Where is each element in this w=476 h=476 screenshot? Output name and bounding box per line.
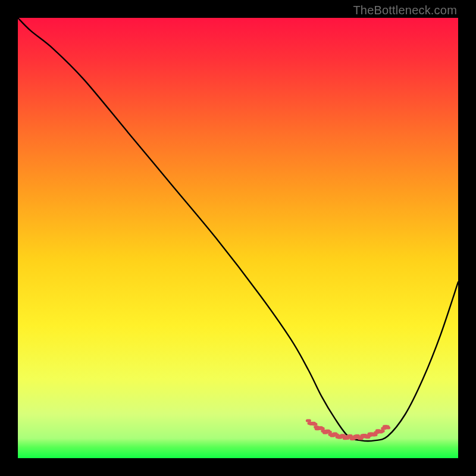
- watermark-text: TheBottleneck.com: [353, 4, 457, 17]
- bottleneck-chart: [18, 18, 458, 458]
- optimal-band-dot: [380, 430, 385, 433]
- optimal-band-dot: [306, 419, 311, 422]
- optimal-band-dot: [312, 422, 318, 425]
- gradient-background: [18, 18, 458, 458]
- optimal-band-dot: [320, 427, 325, 430]
- optimal-band-dot: [385, 426, 390, 429]
- chart-frame: [18, 18, 458, 458]
